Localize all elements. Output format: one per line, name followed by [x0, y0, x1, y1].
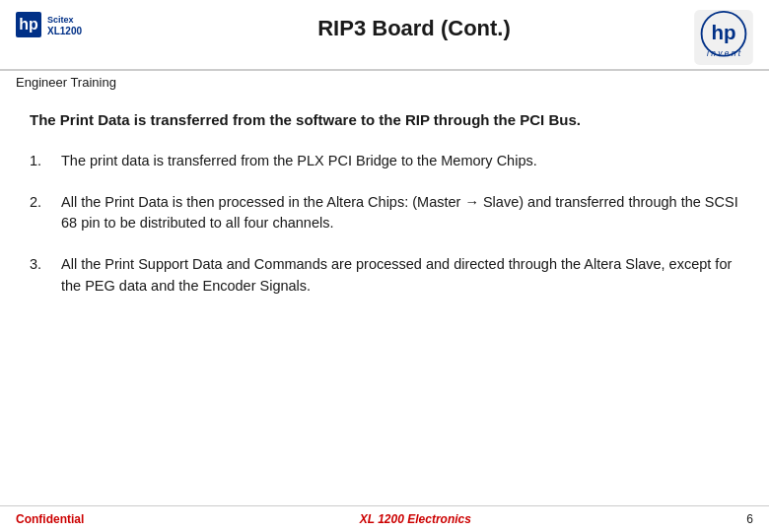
svg-text:hp: hp: [19, 16, 38, 33]
main-content: The Print Data is transferred from the s…: [0, 96, 769, 327]
svg-text:hp: hp: [711, 21, 735, 43]
svg-text:Scitex: Scitex: [47, 15, 74, 25]
list-text-2: All the Print Data is then processed in …: [61, 192, 739, 235]
list-item: 1. The print data is transferred from th…: [30, 151, 739, 172]
list-item: 2. All the Print Data is then processed …: [30, 192, 739, 235]
list-num-3: 3.: [30, 254, 61, 276]
list-num-2: 2.: [30, 192, 61, 214]
hp-invent-logo: hp i n v e n t: [694, 10, 753, 65]
svg-text:XL1200: XL1200: [47, 26, 82, 36]
engineer-training-label: Engineer Training: [0, 71, 769, 96]
header-left: hp Scitex XL1200: [16, 10, 134, 41]
footer-center-text: XL 1200 Electronics: [360, 512, 471, 526]
page-title: RIP3 Board (Cont.): [134, 10, 694, 41]
list-text-3: All the Print Support Data and Commands …: [61, 254, 739, 298]
list-text-1: The print data is transferred from the P…: [61, 151, 739, 172]
footer-page-number: 6: [746, 512, 753, 526]
brand-logo-svg: hp Scitex XL1200: [16, 10, 134, 39]
intro-paragraph: The Print Data is transferred from the s…: [30, 109, 739, 131]
list-item: 3. All the Print Support Data and Comman…: [30, 254, 739, 298]
hp-scitex-logo: hp Scitex XL1200: [16, 10, 134, 39]
header: hp Scitex XL1200 RIP3 Board (Cont.) hp i…: [0, 0, 769, 71]
numbered-list: 1. The print data is transferred from th…: [30, 151, 739, 298]
footer-confidential: Confidential: [16, 512, 84, 526]
svg-text:i n v e n t: i n v e n t: [707, 48, 741, 58]
footer: Confidential XL 1200 Electronics 6: [0, 505, 769, 532]
list-num-1: 1.: [30, 151, 61, 172]
